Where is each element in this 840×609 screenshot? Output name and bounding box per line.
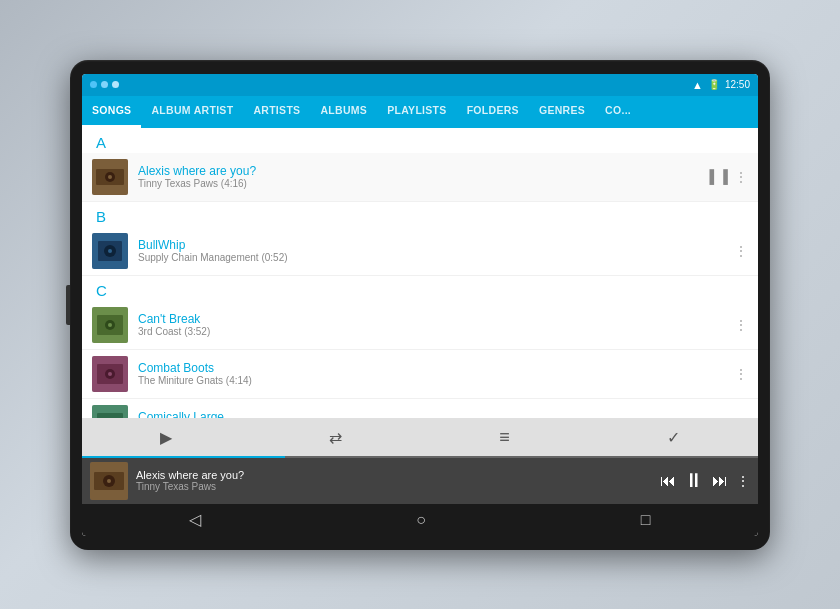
song-thumbnail xyxy=(92,159,128,195)
recents-button[interactable]: □ xyxy=(641,511,651,529)
song-info: BullWhip Supply Chain Management (0:52) xyxy=(138,238,734,263)
battery-icon: 🔋 xyxy=(708,79,720,90)
notification-dot-3 xyxy=(112,81,119,88)
np-more-button[interactable]: ⋮ xyxy=(736,473,750,489)
more-options-icon[interactable]: ⋮ xyxy=(734,317,748,333)
tab-playlists[interactable]: PLAYLISTS xyxy=(377,96,457,128)
volume-button[interactable] xyxy=(66,285,70,325)
song-title: Alexis where are you? xyxy=(138,164,710,178)
song-row[interactable]: Comically Large The Afternoon delights (… xyxy=(82,399,758,418)
more-options-icon[interactable]: ⋮ xyxy=(734,243,748,259)
more-options-icon[interactable]: ⋮ xyxy=(734,415,748,418)
now-playing-bar: Alexis where are you? Tinny Texas Paws ⏮… xyxy=(82,458,758,504)
equalizer-icon: ▌▐ xyxy=(710,169,728,184)
song-meta: Supply Chain Management (0:52) xyxy=(138,252,734,263)
song-row[interactable]: Combat Boots The Miniture Gnats (4:14) ⋮ xyxy=(82,350,758,399)
shuffle-button[interactable]: ⇄ xyxy=(319,424,352,451)
tablet-device: ▲ 🔋 12:50 SONGS ALBUM ARTIST ARTISTS ALB… xyxy=(70,60,770,550)
status-right-area: ▲ 🔋 12:50 xyxy=(692,79,750,91)
section-header-a: A xyxy=(82,128,758,153)
tab-albums[interactable]: ALBUMS xyxy=(310,96,377,128)
song-title: Can't Break xyxy=(138,312,734,326)
controls-bar: ▶ ⇄ ≡ ✓ xyxy=(82,418,758,458)
progress-fill xyxy=(82,456,285,458)
status-icons xyxy=(90,81,119,88)
song-actions: ⋮ xyxy=(734,366,748,382)
svg-point-11 xyxy=(108,323,112,327)
song-actions: ⋮ xyxy=(734,243,748,259)
song-meta: The Miniture Gnats (4:14) xyxy=(138,375,734,386)
song-info: Comically Large The Afternoon delights (… xyxy=(138,410,734,418)
tablet-screen: ▲ 🔋 12:50 SONGS ALBUM ARTIST ARTISTS ALB… xyxy=(82,74,758,536)
back-button[interactable]: ◁ xyxy=(189,510,201,529)
home-button[interactable]: ○ xyxy=(416,511,426,529)
more-options-icon[interactable]: ⋮ xyxy=(734,366,748,382)
song-title: BullWhip xyxy=(138,238,734,252)
progress-bar xyxy=(82,456,758,458)
play-button[interactable]: ▶ xyxy=(150,424,182,451)
now-playing-thumbnail xyxy=(90,462,128,500)
song-meta: 3rd Coast (3:52) xyxy=(138,326,734,337)
now-playing-artist: Tinny Texas Paws xyxy=(136,481,652,492)
section-header-c: C xyxy=(82,276,758,301)
tab-artists[interactable]: ARTISTS xyxy=(243,96,310,128)
now-playing-info: Alexis where are you? Tinny Texas Paws xyxy=(136,469,652,492)
song-row[interactable]: Can't Break 3rd Coast (3:52) ⋮ xyxy=(82,301,758,350)
filter-button[interactable]: ≡ xyxy=(489,423,520,452)
song-thumbnail xyxy=(92,356,128,392)
tab-bar: SONGS ALBUM ARTIST ARTISTS ALBUMS PLAYLI… xyxy=(82,96,758,128)
svg-point-3 xyxy=(108,175,112,179)
section-header-b: B xyxy=(82,202,758,227)
svg-point-15 xyxy=(108,372,112,376)
song-info: Can't Break 3rd Coast (3:52) xyxy=(138,312,734,337)
playback-controls: ⏮ ⏸ ⏭ ⋮ xyxy=(660,469,750,492)
song-meta: Tinny Texas Paws (4:16) xyxy=(138,178,710,189)
song-title: Comically Large xyxy=(138,410,734,418)
next-button[interactable]: ⏭ xyxy=(712,472,728,490)
tab-songs[interactable]: SONGS xyxy=(82,96,141,128)
more-options-icon[interactable]: ⋮ xyxy=(734,169,748,185)
song-row[interactable]: BullWhip Supply Chain Management (0:52) … xyxy=(82,227,758,276)
song-actions: ▌▐ ⋮ xyxy=(710,169,748,185)
song-info: Alexis where are you? Tinny Texas Paws (… xyxy=(138,164,710,189)
tab-com[interactable]: CO... xyxy=(595,96,641,128)
song-thumbnail xyxy=(92,307,128,343)
song-actions: ⋮ xyxy=(734,317,748,333)
song-thumbnail xyxy=(92,405,128,418)
now-playing-title: Alexis where are you? xyxy=(136,469,652,481)
status-bar: ▲ 🔋 12:50 xyxy=(82,74,758,96)
song-thumbnail xyxy=(92,233,128,269)
song-title: Combat Boots xyxy=(138,361,734,375)
svg-point-7 xyxy=(108,249,112,253)
tab-folders[interactable]: FOLDERS xyxy=(457,96,529,128)
svg-rect-17 xyxy=(97,413,123,418)
tab-album-artist[interactable]: ALBUM ARTIST xyxy=(141,96,243,128)
check-button[interactable]: ✓ xyxy=(657,424,690,451)
song-list: A Alexis where are you? Tinny Texas Paws… xyxy=(82,128,758,418)
tab-genres[interactable]: GENRES xyxy=(529,96,595,128)
song-info: Combat Boots The Miniture Gnats (4:14) xyxy=(138,361,734,386)
song-actions: ⋮ xyxy=(734,415,748,418)
svg-point-23 xyxy=(107,479,111,483)
notification-dot-1 xyxy=(90,81,97,88)
song-row[interactable]: Alexis where are you? Tinny Texas Paws (… xyxy=(82,153,758,202)
notification-dot-2 xyxy=(101,81,108,88)
clock: 12:50 xyxy=(725,79,750,90)
navigation-bar: ◁ ○ □ xyxy=(82,504,758,536)
previous-button[interactable]: ⏮ xyxy=(660,472,676,490)
wifi-icon: ▲ xyxy=(692,79,703,91)
pause-button[interactable]: ⏸ xyxy=(684,469,704,492)
